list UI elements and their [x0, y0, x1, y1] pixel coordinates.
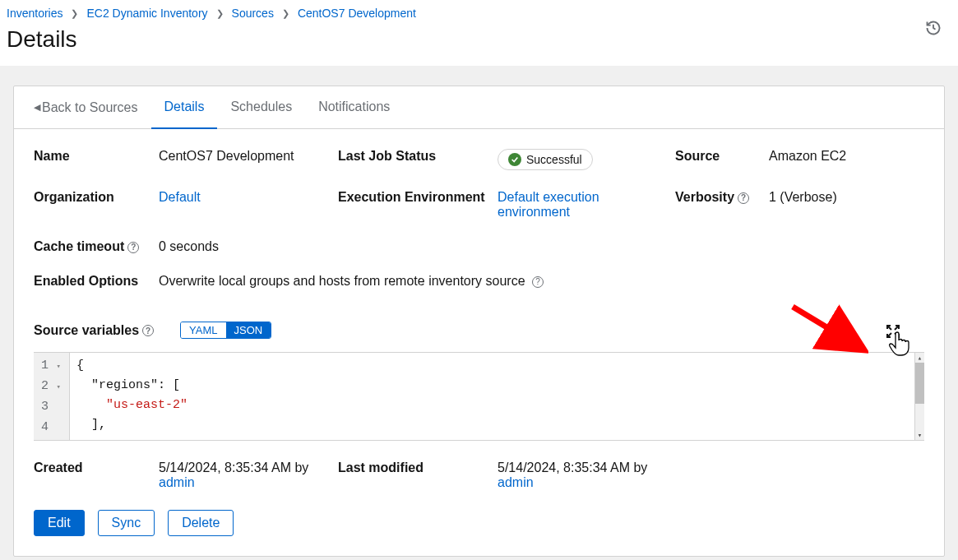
annotation-arrow [786, 300, 868, 362]
svg-line-0 [793, 307, 855, 345]
created-value: 5/14/2024, 8:35:34 AM by admin [159, 460, 338, 490]
status-text: Successful [526, 153, 582, 166]
created-label: Created [34, 460, 159, 475]
check-circle-icon [508, 153, 521, 166]
breadcrumb: Inventories ❯ EC2 Dynamic Inventory ❯ So… [7, 7, 945, 20]
last-job-status-label: Last Job Status [338, 149, 498, 164]
meta-row: Created 5/14/2024, 8:35:34 AM by admin L… [14, 441, 944, 490]
editor-scrollbar[interactable]: ▴ ▾ [914, 353, 924, 440]
execution-environment-label: Execution Environment [338, 190, 498, 205]
name-label: Name [34, 149, 159, 164]
tab-notifications[interactable]: Notifications [305, 86, 403, 129]
scroll-down-arrow[interactable]: ▾ [915, 430, 924, 440]
tabs: ◀ Back to Sources Details Schedules Noti… [14, 86, 944, 129]
details-card: ◀ Back to Sources Details Schedules Noti… [13, 86, 945, 557]
history-icon[interactable] [925, 20, 942, 39]
delete-button[interactable]: Delete [168, 510, 234, 536]
code-gutter: 1 ▾ 2 ▾ 3 4 [34, 353, 70, 440]
help-icon[interactable]: ? [127, 242, 139, 253]
content-area: ◀ Back to Sources Details Schedules Noti… [0, 66, 958, 560]
chevron-right-icon: ❯ [282, 8, 289, 19]
source-label: Source [675, 149, 769, 164]
toggle-yaml[interactable]: YAML [181, 322, 225, 338]
enabled-options-label: Enabled Options [34, 274, 159, 289]
last-job-status-pill[interactable]: Successful [498, 149, 593, 170]
last-modified-label: Last modified [338, 460, 498, 475]
breadcrumb-source-name[interactable]: CentOS7 Development [298, 7, 416, 20]
created-by-link[interactable]: admin [159, 475, 195, 489]
verbosity-value: 1 (Verbose) [769, 190, 924, 205]
organization-label: Organization [34, 190, 159, 205]
breadcrumb-inventory-name[interactable]: EC2 Dynamic Inventory [86, 7, 207, 20]
last-modified-by-link[interactable]: admin [498, 475, 534, 489]
name-value: CentOS7 Development [159, 149, 338, 164]
breadcrumb-inventories[interactable]: Inventories [7, 7, 62, 20]
sync-button[interactable]: Sync [98, 510, 155, 536]
cache-timeout-value: 0 seconds [159, 239, 338, 254]
enabled-options-value: Overwrite local groups and hosts from re… [159, 274, 924, 289]
code-content[interactable]: { "regions": [ "us-east-2" ], [70, 353, 914, 440]
edit-button[interactable]: Edit [34, 510, 85, 536]
page-title: Details [7, 26, 945, 53]
help-icon[interactable]: ? [142, 325, 154, 336]
source-value: Amazon EC2 [769, 149, 924, 164]
back-to-sources-link[interactable]: ◀ Back to Sources [34, 87, 151, 128]
execution-environment-link[interactable]: Default execution environment [498, 190, 599, 219]
cache-timeout-label: Cache timeout? [34, 239, 159, 254]
details-grid: Name CentOS7 Development Last Job Status… [14, 129, 944, 322]
page-header: Inventories ❯ EC2 Dynamic Inventory ❯ So… [0, 0, 958, 66]
organization-link[interactable]: Default [159, 190, 201, 204]
back-link-label: Back to Sources [42, 100, 138, 115]
help-icon[interactable]: ? [532, 276, 544, 288]
action-buttons: Edit Sync Delete [14, 490, 944, 556]
expand-button-overlay [886, 325, 900, 342]
chevron-right-icon: ❯ [216, 8, 224, 19]
cursor-hand-icon [888, 331, 909, 360]
verbosity-label: Verbosity? [675, 190, 769, 205]
scroll-thumb[interactable] [915, 363, 924, 404]
source-variables-label: Source variables? [34, 323, 154, 338]
code-editor[interactable]: 1 ▾ 2 ▾ 3 4 { "regions": [ "us-east-2" ]… [34, 352, 924, 441]
chevron-right-icon: ❯ [71, 8, 78, 19]
help-icon[interactable]: ? [738, 192, 749, 204]
scroll-up-arrow[interactable]: ▴ [915, 353, 924, 363]
caret-left-icon: ◀ [34, 102, 40, 113]
yaml-json-toggle: YAML JSON [180, 322, 271, 339]
tab-details[interactable]: Details [151, 86, 218, 129]
toggle-json[interactable]: JSON [226, 322, 271, 338]
last-modified-value: 5/14/2024, 8:35:34 AM by admin [498, 460, 675, 490]
breadcrumb-sources[interactable]: Sources [232, 7, 274, 20]
tab-schedules[interactable]: Schedules [217, 86, 305, 129]
